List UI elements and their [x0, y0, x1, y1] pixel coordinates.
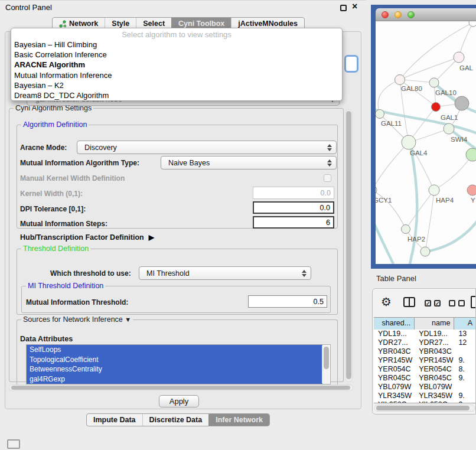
algorithm-option-bayesian-hill-climbing[interactable]: Bayesian – Hill Climbing [11, 40, 342, 50]
aracne-mode-label: Aracne Mode: [20, 144, 67, 152]
mi-type-combobox[interactable]: Naive Bayes [161, 156, 337, 169]
tab-impute-data[interactable]: Impute Data [87, 414, 142, 426]
tab-infer-network[interactable]: Infer Network [208, 414, 269, 426]
deselect-checkbox-icon[interactable] [458, 300, 465, 306]
column-header-name[interactable]: name [415, 318, 454, 330]
tab-label: Discretize Data [149, 414, 203, 426]
network-node-gal80[interactable] [395, 75, 405, 85]
collapsed-panel-button[interactable] [7, 439, 20, 449]
table-cell: 12 [454, 338, 476, 347]
node-label: GAL [459, 64, 474, 71]
table-cell: YPR145W [415, 356, 454, 365]
table-row[interactable]: YIL052CYIL052C9 [374, 400, 476, 403]
table-cell: YLR345W [415, 392, 454, 400]
network-node-y[interactable] [467, 185, 476, 195]
algorithm-option-dream8-dc-tdc-algorithm[interactable]: Dream8 DC_TDC Algorithm [11, 90, 342, 100]
settings-horizontal-scrollbar[interactable] [9, 384, 353, 391]
deselect-checkbox-icon[interactable] [449, 300, 455, 306]
algorithm-option-basic-correlation-inference[interactable]: Basic Correlation Inference [11, 50, 342, 60]
attribute-item-topologicalcoefficient[interactable]: TopologicalCoefficient [27, 355, 322, 365]
table-cell: 9. [454, 392, 476, 400]
table-row[interactable]: YPR145WYPR145W9. [374, 356, 476, 365]
table-cell: YDR27... [374, 338, 415, 347]
network-node-gcy1[interactable] [376, 185, 377, 195]
bottom-tab-bar: Impute DataDiscretize DataInfer Network [86, 413, 270, 426]
table-row[interactable]: YBR043CYBR043C [374, 347, 476, 356]
table-cell: YIL052C [374, 400, 415, 403]
mi-steps-field[interactable] [253, 216, 334, 229]
close-icon[interactable]: × [352, 1, 357, 12]
table-row[interactable]: YBR045CYBR045C9. [374, 374, 476, 383]
column-header-a[interactable]: A [454, 318, 476, 330]
apply-button[interactable]: Apply [159, 395, 199, 407]
algorithm-option-mutual-information-inference[interactable]: Mutual Information Inference [11, 70, 342, 80]
network-node-gal11[interactable] [376, 110, 384, 119]
tab-discretize-data[interactable]: Discretize Data [142, 414, 209, 426]
network-node-hap2[interactable] [402, 225, 410, 234]
mi-threshold-field[interactable] [248, 295, 327, 308]
aracne-mode-combobox[interactable]: Discovery [77, 141, 337, 154]
manual-kernel-checkbox[interactable] [324, 174, 331, 182]
table-row[interactable]: YBL079WYBL079W [374, 383, 476, 392]
node-table: shared...nameA YDL19...YDL19...13YDR27..… [374, 317, 476, 403]
network-node-gal[interactable] [454, 52, 464, 63]
dpi-tolerance-field[interactable] [253, 201, 334, 214]
document-icon[interactable] [471, 296, 476, 308]
table-row[interactable]: YDR27...YDR27...12 [374, 338, 476, 347]
algorithm-option-aracne-algorithm[interactable]: ARACNE Algorithm [11, 60, 342, 70]
node-label: HAP4 [436, 197, 454, 204]
table-cell: YER054C [374, 365, 415, 374]
node-label: GAL4 [410, 149, 428, 156]
network-node-0[interactable] [469, 21, 476, 27]
sources-collapse-header[interactable]: Sources for Network Inference ▼ [21, 315, 133, 324]
data-attributes-label: Data Attributes [20, 335, 73, 343]
attribute-item-gal4rgexp[interactable]: gal4RGexp [27, 374, 322, 384]
network-icon [59, 20, 67, 28]
network-node-hap4[interactable] [429, 185, 439, 195]
table-cell: 8. [454, 365, 476, 374]
settings-vertical-scrollbar[interactable] [345, 109, 353, 382]
table-cell: 9. [454, 356, 476, 365]
group-title: MI Threshold Definition [26, 282, 105, 290]
data-attributes-listbox[interactable]: SelfLoopsTopologicalCoefficientBetweenne… [26, 344, 331, 384]
network-node-gal10[interactable] [429, 78, 439, 87]
close-traffic-light-icon[interactable] [382, 11, 389, 18]
algorithm-option-bayesian-k2[interactable]: Bayesian – K2 [11, 80, 342, 90]
network-node-gal1[interactable] [432, 103, 441, 112]
which-threshold-combobox[interactable]: MI Threshold [139, 266, 311, 280]
network-window-titlebar[interactable] [376, 8, 476, 21]
network-canvas[interactable]: GALGAL80GAL10GAL1GAL11SWI4GAL4GCY1HAP4YH… [376, 21, 476, 264]
table-row[interactable]: YDL19...YDL19...13 [374, 330, 476, 338]
table-cell: YBR045C [374, 374, 415, 383]
group-title: Algorithm Definition [21, 120, 89, 129]
hub-definition-expander[interactable]: Hub/Transcription Factor Definition▶ [20, 233, 154, 242]
minimize-traffic-light-icon[interactable] [395, 11, 402, 18]
network-node-14[interactable] [420, 247, 430, 256]
kernel-width-field[interactable] [253, 187, 334, 199]
listbox-scrollbar[interactable] [322, 345, 330, 383]
mi-type-value: Naive Bayes [168, 159, 210, 167]
dropdown-placeholder: Select algorithm to view settings [11, 30, 342, 40]
node-label: GAL1 [441, 114, 458, 121]
float-window-icon[interactable] [340, 5, 347, 11]
column-header-shared[interactable]: shared... [374, 318, 415, 330]
network-node-gal4[interactable] [402, 135, 416, 149]
select-all-checkbox-icon[interactable]: ✓ [425, 300, 431, 306]
table-cell: YDL19... [415, 330, 454, 338]
table-row[interactable]: YER054CYER054C8. [374, 365, 476, 374]
table-cell: 9. [454, 374, 476, 383]
network-node-swi4[interactable] [444, 123, 454, 134]
mi-threshold-label: Mutual Information Threshold: [26, 298, 128, 306]
table-panel-window: ⚙ ✓ ✓ shared...nameA YDL19...YDL19...13Y… [372, 288, 476, 415]
attribute-item-betweennesscentrality[interactable]: BetweennessCentrality [27, 364, 322, 374]
network-node-9[interactable] [466, 148, 476, 161]
which-threshold-label: Which threshold to use: [50, 269, 131, 278]
select-all-checkbox-icon[interactable]: ✓ [434, 300, 441, 306]
split-columns-icon[interactable] [403, 297, 415, 307]
gear-icon[interactable]: ⚙ [381, 295, 392, 309]
table-horizontal-scrollbar[interactable] [374, 405, 475, 412]
network-node-5[interactable] [455, 96, 469, 110]
attribute-item-selfloops[interactable]: SelfLoops [27, 345, 322, 355]
zoom-traffic-light-icon[interactable] [407, 11, 415, 18]
table-row[interactable]: YLR345WYLR345W9. [374, 392, 476, 400]
